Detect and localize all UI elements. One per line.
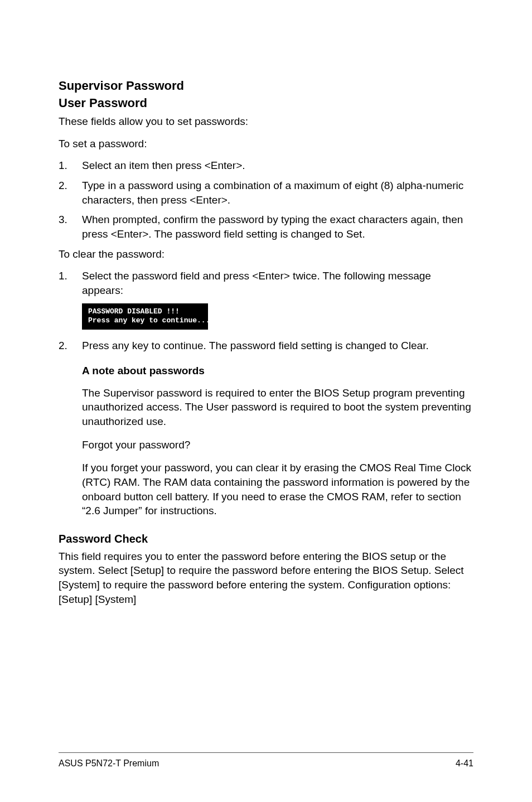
step-text: Select an item then press <Enter>.: [82, 158, 473, 173]
step-number: 2.: [59, 178, 82, 207]
step-text: When prompted, confirm the password by t…: [82, 212, 473, 241]
step-text: Type in a password using a combination o…: [82, 178, 473, 207]
to-clear-label: To clear the password:: [59, 247, 473, 262]
heading-supervisor-password: Supervisor Password: [59, 78, 473, 94]
step-text: Select the password field and press <Ent…: [82, 269, 473, 297]
footer-left: ASUS P5N72-T Premium: [59, 758, 159, 769]
step-number: 2.: [59, 339, 82, 353]
step-text: Press any key to continue. The password …: [82, 339, 473, 353]
note-section: A note about passwords The Supervisor pa…: [82, 364, 473, 518]
step-number: 1.: [59, 158, 82, 173]
content: Supervisor Password User Password These …: [59, 78, 473, 730]
note-paragraph-3: If you forget your password, you can cle…: [82, 461, 473, 518]
list-item: 1. Select the password field and press <…: [59, 269, 473, 297]
password-check-text: This field requires you to enter the pas…: [59, 549, 473, 607]
footer-right: 4-41: [456, 758, 473, 769]
heading-password-check: Password Check: [59, 532, 473, 546]
code-line-2: Press any key to continue...: [88, 316, 202, 326]
note-paragraph-1: The Supervisor password is required to e…: [82, 386, 473, 429]
step-number: 3.: [59, 212, 82, 241]
list-item: 2. Type in a password using a combinatio…: [59, 178, 473, 207]
note-paragraph-2: Forgot your password?: [82, 438, 473, 452]
code-box: PASSWORD DISABLED !!! Press any key to c…: [82, 303, 208, 330]
intro-text: These fields allow you to set passwords:: [59, 114, 473, 129]
step-number: 1.: [59, 269, 82, 297]
list-item: 3. When prompted, confirm the password b…: [59, 212, 473, 241]
code-line-1: PASSWORD DISABLED !!!: [88, 307, 202, 317]
list-item: 2. Press any key to continue. The passwo…: [59, 339, 473, 353]
to-set-label: To set a password:: [59, 137, 473, 151]
clear-steps-list-2: 2. Press any key to continue. The passwo…: [59, 339, 473, 353]
set-steps-list: 1. Select an item then press <Enter>. 2.…: [59, 158, 473, 241]
heading-user-password: User Password: [59, 95, 473, 112]
clear-steps-list-1: 1. Select the password field and press <…: [59, 269, 473, 297]
list-item: 1. Select an item then press <Enter>.: [59, 158, 473, 173]
note-title: A note about passwords: [82, 364, 473, 378]
footer: ASUS P5N72-T Premium 4-41: [59, 752, 473, 769]
page: Supervisor Password User Password These …: [0, 0, 532, 802]
